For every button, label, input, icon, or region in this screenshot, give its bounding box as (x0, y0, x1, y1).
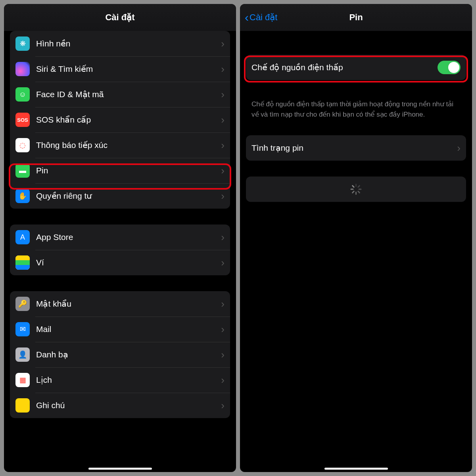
settings-row-label: Hình nền (36, 39, 221, 48)
battery-health-label: Tình trạng pin (251, 143, 457, 153)
settings-row-label: Mail (36, 324, 221, 334)
settings-row-calendar[interactable]: ▦Lịch› (10, 367, 230, 393)
chevron-right-icon: › (221, 139, 225, 152)
mail-icon: ✉ (15, 322, 30, 336)
settings-group: 🔑Mật khẩu›✉Mail›👤Danh bạ›▦Lịch›Ghi chú› (10, 291, 230, 418)
settings-row-passwords[interactable]: 🔑Mật khẩu› (10, 291, 230, 317)
notes-icon (15, 398, 30, 413)
settings-row-sos[interactable]: SOSSOS khẩn cấp› (10, 107, 230, 132)
spinner-icon (351, 184, 362, 195)
battery-health-group: Tình trạng pin › (246, 135, 466, 161)
settings-group: ❋Hình nền›Siri & Tìm kiếm›☺Face ID & Mật… (10, 31, 230, 209)
low-power-label: Chế độ nguồn điện thấp (251, 63, 438, 72)
back-button[interactable]: ‹ Cài đặt (245, 12, 277, 23)
privacy-icon: ✋ (15, 189, 30, 203)
exposure-icon: ◌ (15, 138, 30, 152)
battery-content: Chế độ nguồn điện thấp Chế độ nguồn điện… (240, 31, 472, 472)
settings-row-label: Face ID & Mật mã (36, 90, 221, 99)
settings-row-label: Lịch (36, 375, 221, 385)
settings-row-wallet[interactable]: Ví› (10, 250, 230, 275)
chevron-right-icon: › (457, 142, 461, 154)
home-indicator[interactable] (324, 468, 388, 470)
settings-row-label: Pin (36, 166, 221, 175)
chevron-right-icon: › (221, 257, 225, 269)
settings-row-label: Danh bạ (36, 350, 221, 359)
contacts-icon: 👤 (15, 347, 30, 362)
settings-row-label: Ví (36, 258, 221, 267)
battery-screen: ‹ Cài đặt Pin Chế độ nguồn điện thấp Chế… (240, 4, 472, 472)
settings-row-label: Thông báo tiếp xúc (36, 140, 221, 150)
settings-group: AApp Store›Ví› (10, 225, 230, 275)
chevron-right-icon: › (221, 349, 225, 361)
settings-row-appstore[interactable]: AApp Store› (10, 225, 230, 250)
settings-row-siri[interactable]: Siri & Tìm kiếm› (10, 56, 230, 82)
settings-row-label: SOS khẩn cấp (36, 115, 221, 125)
settings-list[interactable]: ❋Hình nền›Siri & Tìm kiếm›☺Face ID & Mật… (4, 31, 236, 472)
back-label: Cài đặt (250, 12, 277, 23)
page-title: Pin (349, 12, 363, 23)
low-power-footer: Chế độ nguồn điện thấp tạm thời giảm hoạ… (246, 96, 466, 119)
chevron-right-icon: › (221, 374, 225, 386)
battery-health-row[interactable]: Tình trạng pin › (246, 135, 466, 161)
chevron-right-icon: › (221, 231, 225, 244)
settings-row-contacts[interactable]: 👤Danh bạ› (10, 342, 230, 367)
battery-header: ‹ Cài đặt Pin (240, 4, 472, 31)
loading-row (246, 177, 466, 202)
settings-row-label: App Store (36, 232, 221, 242)
settings-header: Cài đặt (4, 4, 236, 31)
chevron-right-icon: › (221, 38, 225, 50)
settings-screen: Cài đặt ❋Hình nền›Siri & Tìm kiếm›☺Face … (4, 4, 236, 472)
appstore-icon: A (15, 230, 30, 244)
settings-row-label: Mật khẩu (36, 299, 221, 309)
chevron-right-icon: › (221, 63, 225, 75)
page-title: Cài đặt (105, 12, 134, 23)
settings-row-wallpaper[interactable]: ❋Hình nền› (10, 31, 230, 56)
chevron-right-icon: › (221, 298, 225, 310)
settings-row-battery[interactable]: ▬Pin› (10, 158, 230, 183)
low-power-mode-row[interactable]: Chế độ nguồn điện thấp (246, 55, 466, 80)
settings-row-label: Ghi chú (36, 401, 221, 410)
chevron-left-icon: ‹ (245, 12, 249, 23)
chevron-right-icon: › (221, 190, 225, 202)
wallet-icon (15, 255, 30, 270)
chevron-right-icon: › (221, 399, 225, 412)
settings-row-faceid[interactable]: ☺Face ID & Mật mã› (10, 82, 230, 107)
chevron-right-icon: › (221, 323, 225, 336)
wallpaper-icon: ❋ (15, 36, 30, 51)
settings-row-notes[interactable]: Ghi chú› (10, 393, 230, 418)
chevron-right-icon: › (221, 165, 225, 177)
low-power-toggle[interactable] (438, 61, 461, 74)
siri-icon (15, 62, 30, 76)
settings-row-mail[interactable]: ✉Mail› (10, 317, 230, 342)
low-power-group: Chế độ nguồn điện thấp (246, 55, 466, 80)
settings-row-exposure[interactable]: ◌Thông báo tiếp xúc› (10, 132, 230, 158)
sos-icon: SOS (15, 113, 30, 127)
chevron-right-icon: › (221, 88, 225, 101)
passwords-icon: 🔑 (15, 297, 30, 311)
settings-row-label: Quyền riêng tư (36, 191, 221, 201)
faceid-icon: ☺ (15, 87, 30, 102)
settings-row-privacy[interactable]: ✋Quyền riêng tư› (10, 183, 230, 209)
home-indicator[interactable] (88, 468, 152, 470)
chevron-right-icon: › (221, 114, 225, 126)
calendar-icon: ▦ (15, 373, 30, 387)
battery-icon: ▬ (15, 163, 30, 178)
settings-row-label: Siri & Tìm kiếm (36, 64, 221, 74)
